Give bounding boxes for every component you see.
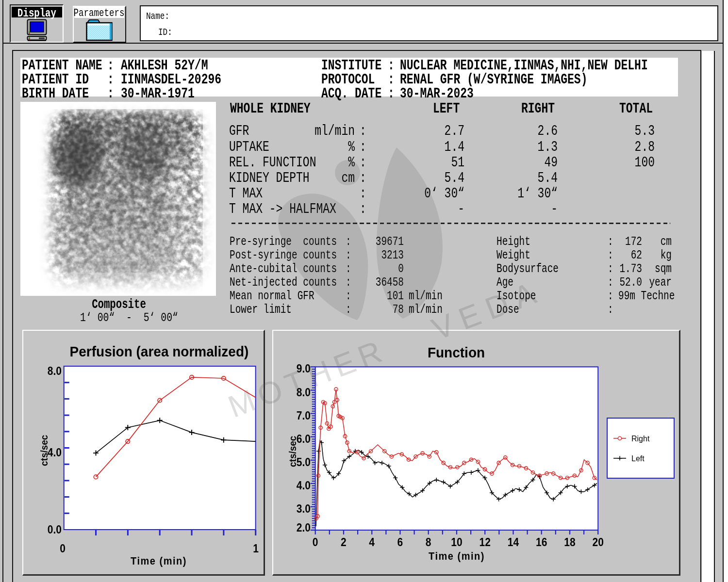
svg-text:Left: Left bbox=[631, 454, 645, 463]
svg-text:Right: Right bbox=[631, 435, 650, 443]
